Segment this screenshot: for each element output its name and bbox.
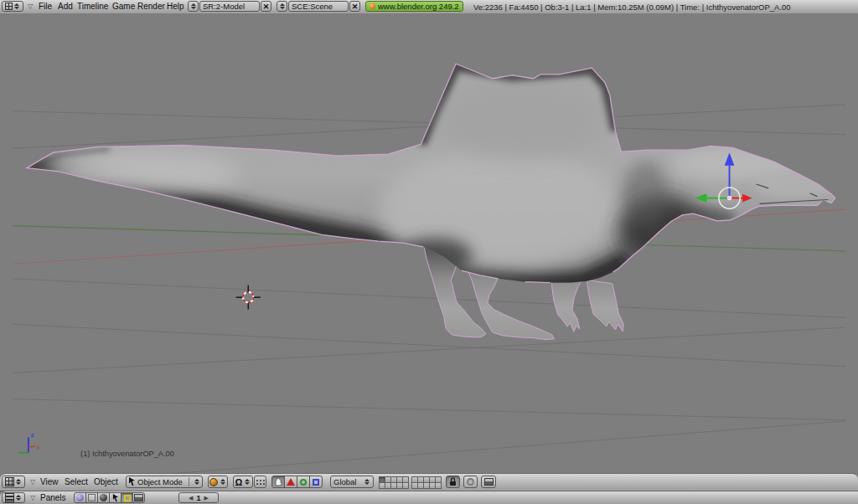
collapse-menu-icon[interactable]: ▽ [30,479,35,486]
chevron-updown-icon [15,478,23,486]
rotate-circle-icon [300,479,307,486]
model-shading [27,65,835,282]
pivot-icon: Ω [235,477,243,487]
screen-browse-button[interactable] [188,1,199,12]
object-arrow-icon [112,494,119,502]
layer-toggle[interactable] [402,482,409,489]
logic-icon [76,494,84,501]
shading-icon [100,494,107,501]
pivot-select[interactable]: Ω [233,476,253,488]
menu-object[interactable]: Object [94,477,118,486]
chevron-updown-icon [219,478,226,486]
info-editor-icon [5,3,13,10]
buttons-context-tabs [74,492,145,503]
move-centers-toggle[interactable] [254,476,266,488]
manipulator-toggles [271,476,323,488]
frame-prev-icon[interactable]: ◀ [189,495,193,501]
editor-type-button-buttons[interactable] [2,492,25,503]
buttons-editor-icon [5,493,14,502]
chevron-updown-icon [15,494,23,502]
scene-name-field[interactable]: SCE:Scene [288,1,349,12]
chevron-updown-icon [243,478,251,486]
axis-x-label: x [37,444,40,451]
layer-toggle[interactable] [435,482,442,489]
3dview-editor-icon [5,477,14,486]
manipulator-enable-button[interactable] [271,476,285,488]
layer-group-2 [411,476,441,488]
view3d-header: ▽ View Select Object Object Mode Ω [0,473,858,491]
menu-game[interactable]: Game [112,2,135,11]
render-preview-button[interactable] [481,476,496,488]
scale-manipulator-button[interactable] [309,476,323,488]
active-object-info: (1) IchthyovenatorOP_A.00 [80,450,174,458]
frame-value: 1 [196,494,200,502]
script-context-button[interactable] [85,492,98,503]
menu-add[interactable]: Add [58,2,73,11]
menu-view[interactable]: View [40,477,59,486]
scene-delete-button[interactable]: ✕ [349,1,360,12]
gray-ring-icon [467,478,474,486]
lock-layers-button[interactable] [446,476,460,488]
chevron-updown-icon [363,478,370,486]
menu-file[interactable]: File [39,2,52,11]
menu-timeline[interactable]: Timeline [77,2,108,11]
blender-app: { "topbar": { "menus": ["File", "Add", "… [0,0,858,504]
hand-icon [274,477,282,486]
collapse-menu-icon[interactable]: ▽ [28,3,33,10]
divider [189,477,189,486]
orientation-select[interactable]: Global [330,476,374,488]
frame-number-field[interactable]: ◀ 1 ▶ [178,492,219,503]
editor-type-button-3dview[interactable] [2,476,25,488]
layer-buttons [379,476,441,488]
cursor-arrow-icon [128,477,136,486]
menu-render[interactable]: Render [137,2,165,11]
logic-context-button[interactable] [74,492,86,503]
translate-triangle-icon [287,478,295,486]
shading-context-button[interactable] [97,492,110,503]
blender-logo-icon [370,3,375,9]
menu-select[interactable]: Select [65,477,88,486]
collapse-menu-icon[interactable]: ▽ [30,495,35,501]
centers-dots-icon [256,479,265,486]
editing-context-button[interactable] [121,492,133,503]
render-image-icon [484,478,494,486]
chevron-updown-icon [189,3,197,11]
object-context-button[interactable] [109,492,121,503]
scene-context-button[interactable] [132,492,145,503]
top-menu-bar: ▽ File Add Timeline Game Render Help SR:… [0,0,858,14]
scale-square-icon [313,479,319,486]
scene-icon [134,494,143,501]
scene-browse-button[interactable] [277,1,287,12]
menu-panels[interactable]: Panels [40,493,66,502]
mini-axis-gizmo: z x [18,431,39,452]
blender-version-button[interactable]: www.blender.org 249.2 [365,1,463,12]
lock-icon [449,477,457,486]
script-icon [88,494,96,501]
mode-select[interactable]: Object Mode [126,476,203,488]
chevron-updown-icon [193,478,200,486]
3d-cursor [236,285,261,310]
translate-manipulator-button[interactable] [284,476,297,488]
axis-z-label: z [31,431,34,439]
object-center-dot [727,196,731,200]
layer-group-1 [379,476,408,488]
menu-help[interactable]: Help [167,2,184,11]
chevron-updown-icon [278,3,286,11]
draw-type-select[interactable] [208,476,228,488]
editor-type-button-info[interactable] [2,1,23,12]
buttons-window-header: ▽ Panels ◀ 1 ▶ [0,491,858,504]
frame-next-icon[interactable]: ▶ [204,495,209,501]
editing-icon [124,495,131,501]
rotate-manipulator-button[interactable] [297,476,310,488]
viewport-canvas[interactable]: z x (1) IchthyovenatorOP_A.00 [0,13,858,473]
scene-statistics: Ve:2236 | Fa:4450 | Ob:3-1 | La:1 | Mem:… [473,3,791,12]
chevron-updown-icon [13,3,21,11]
screen-delete-button[interactable]: ✕ [261,1,271,12]
solid-drawtype-icon [209,478,218,486]
proportional-edit-button[interactable] [463,476,478,488]
screen-name-field[interactable]: SR:2-Model [199,1,260,12]
3d-viewport[interactable]: z x (1) IchthyovenatorOP_A.00 [0,13,858,473]
